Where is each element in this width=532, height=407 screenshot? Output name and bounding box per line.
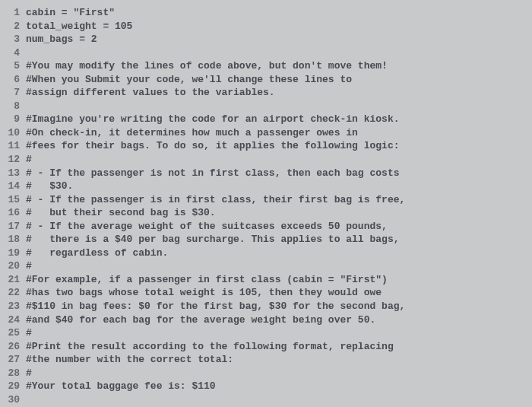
line-number: 21 xyxy=(0,273,26,287)
line-content[interactable]: #has two bags whose total weight is 105,… xyxy=(26,286,532,300)
code-line[interactable]: 25# xyxy=(0,326,532,340)
line-number: 23 xyxy=(0,300,26,313)
line-content[interactable]: # $30. xyxy=(26,180,532,193)
code-line[interactable]: 4 xyxy=(0,46,532,60)
line-number: 24 xyxy=(0,313,26,327)
code-line[interactable]: 3num_bags = 2 xyxy=(0,33,532,46)
line-content[interactable]: #fees for their bags. To do so, it appli… xyxy=(26,139,532,153)
line-content[interactable]: # xyxy=(26,367,532,380)
code-line[interactable]: 28# xyxy=(0,367,532,380)
line-number: 10 xyxy=(0,126,26,140)
line-content[interactable] xyxy=(26,46,532,60)
code-line[interactable]: 29#Your total baggage fee is: $110 xyxy=(0,380,532,393)
line-content[interactable]: #Print the result according to the follo… xyxy=(26,340,532,354)
code-line[interactable]: 7#assign different values to the variabl… xyxy=(0,86,532,100)
code-line[interactable]: 21#For example, if a passenger in first … xyxy=(0,273,532,287)
line-content[interactable]: # but their second bag is $30. xyxy=(26,206,532,220)
line-number: 5 xyxy=(0,59,26,73)
code-line[interactable]: 18# there is a $40 per bag surcharge. Th… xyxy=(0,233,532,246)
code-line[interactable]: 5#You may modify the lines of code above… xyxy=(0,59,532,73)
code-line[interactable]: 8 xyxy=(0,100,532,113)
line-content[interactable]: #On check-in, it determines how much a p… xyxy=(26,126,532,140)
code-line[interactable]: 12# xyxy=(0,153,532,167)
line-content[interactable] xyxy=(26,100,532,113)
line-number: 2 xyxy=(0,20,26,33)
line-number: 27 xyxy=(0,353,26,367)
line-number: 1 xyxy=(0,6,26,20)
code-line[interactable]: 23#$110 in bag fees: $0 for the first ba… xyxy=(0,300,532,313)
code-line[interactable]: 11#fees for their bags. To do so, it app… xyxy=(0,139,532,153)
line-content[interactable]: #assign different values to the variable… xyxy=(26,86,532,100)
line-content[interactable]: # xyxy=(26,153,532,167)
line-content[interactable]: num_bags = 2 xyxy=(26,33,532,46)
line-content[interactable]: cabin = "First" xyxy=(26,6,532,20)
code-line[interactable]: 9#Imagine you're writing the code for an… xyxy=(0,113,532,126)
line-content[interactable]: #the number with the correct total: xyxy=(26,353,532,367)
line-number: 30 xyxy=(0,393,26,407)
code-line[interactable]: 15# - If the passenger is in first class… xyxy=(0,193,532,207)
line-number: 28 xyxy=(0,367,26,380)
code-line[interactable]: 17# - If the average weight of the suitc… xyxy=(0,220,532,234)
code-line[interactable]: 30 xyxy=(0,393,532,407)
line-content[interactable]: # - If the passenger is in first class, … xyxy=(26,193,532,207)
line-number: 14 xyxy=(0,180,26,193)
line-content[interactable]: total_weight = 105 xyxy=(26,20,532,33)
code-line[interactable]: 26#Print the result according to the fol… xyxy=(0,340,532,354)
code-line[interactable]: 22#has two bags whose total weight is 10… xyxy=(0,286,532,300)
line-content[interactable]: #When you Submit your code, we'll change… xyxy=(26,73,532,87)
code-line[interactable]: 20# xyxy=(0,259,532,273)
line-number: 18 xyxy=(0,233,26,246)
code-line[interactable]: 24#and $40 for each bag for the average … xyxy=(0,313,532,327)
line-content[interactable]: #You may modify the lines of code above,… xyxy=(26,59,532,73)
line-content[interactable]: # there is a $40 per bag surcharge. This… xyxy=(26,233,532,246)
line-content[interactable] xyxy=(26,393,532,407)
line-content[interactable]: #Your total baggage fee is: $110 xyxy=(26,380,532,393)
code-line[interactable]: 27#the number with the correct total: xyxy=(0,353,532,367)
line-number: 25 xyxy=(0,326,26,340)
line-content[interactable]: #and $40 for each bag for the average we… xyxy=(26,313,532,327)
code-line[interactable]: 6#When you Submit your code, we'll chang… xyxy=(0,73,532,87)
line-number: 15 xyxy=(0,193,26,207)
line-number: 17 xyxy=(0,220,26,234)
code-line[interactable]: 10#On check-in, it determines how much a… xyxy=(0,126,532,140)
line-number: 4 xyxy=(0,46,26,60)
code-line[interactable]: 13# - If the passenger is not in first c… xyxy=(0,167,532,180)
code-line[interactable]: 14# $30. xyxy=(0,180,532,193)
code-line[interactable]: 2total_weight = 105 xyxy=(0,20,532,33)
line-number: 8 xyxy=(0,100,26,113)
line-number: 19 xyxy=(0,246,26,260)
line-content[interactable]: # - If the average weight of the suitcas… xyxy=(26,220,532,234)
line-number: 26 xyxy=(0,340,26,354)
line-number: 20 xyxy=(0,259,26,273)
line-number: 7 xyxy=(0,86,26,100)
line-number: 12 xyxy=(0,153,26,167)
line-number: 16 xyxy=(0,206,26,220)
code-line[interactable]: 19# regardless of cabin. xyxy=(0,246,532,260)
line-content[interactable]: # - If the passenger is not in first cla… xyxy=(26,167,532,180)
line-number: 6 xyxy=(0,73,26,87)
line-content[interactable]: # regardless of cabin. xyxy=(26,246,532,260)
line-number: 22 xyxy=(0,286,26,300)
line-content[interactable]: #For example, if a passenger in first cl… xyxy=(26,273,532,287)
code-line[interactable]: 16# but their second bag is $30. xyxy=(0,206,532,220)
line-content[interactable]: #Imagine you're writing the code for an … xyxy=(26,113,532,126)
code-editor[interactable]: 1cabin = "First"2total_weight = 1053num_… xyxy=(0,6,532,407)
line-content[interactable]: # xyxy=(26,259,532,273)
code-line[interactable]: 1cabin = "First" xyxy=(0,6,532,20)
line-number: 11 xyxy=(0,139,26,153)
line-content[interactable]: # xyxy=(26,326,532,340)
line-number: 3 xyxy=(0,33,26,46)
line-content[interactable]: #$110 in bag fees: $0 for the first bag,… xyxy=(26,300,532,313)
line-number: 29 xyxy=(0,380,26,393)
line-number: 9 xyxy=(0,113,26,126)
line-number: 13 xyxy=(0,167,26,180)
